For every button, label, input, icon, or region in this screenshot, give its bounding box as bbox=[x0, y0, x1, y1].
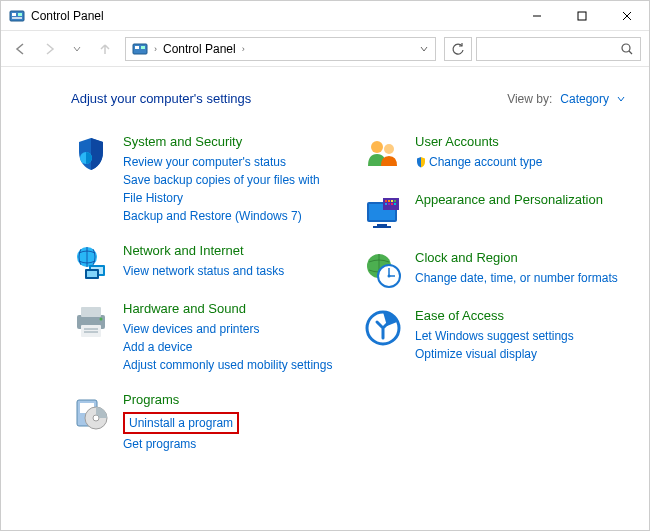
category-appearance: Appearance and Personalization bbox=[363, 192, 625, 232]
svg-rect-5 bbox=[578, 12, 586, 20]
svg-rect-43 bbox=[394, 203, 396, 205]
category-link[interactable]: Save backup copies of your files with Fi… bbox=[123, 171, 333, 207]
category-columns: System and Security Review your computer… bbox=[71, 134, 625, 471]
svg-rect-2 bbox=[18, 13, 22, 16]
address-dropdown[interactable] bbox=[419, 44, 429, 54]
highlight-annotation: Uninstall a program bbox=[123, 412, 239, 434]
chevron-down-icon bbox=[617, 95, 625, 103]
right-column: User Accounts Change account type Appear… bbox=[363, 134, 625, 471]
svg-rect-39 bbox=[394, 200, 396, 202]
back-button[interactable] bbox=[9, 37, 33, 61]
svg-rect-37 bbox=[388, 200, 390, 202]
category-network: Network and Internet View network status… bbox=[71, 243, 333, 283]
up-button[interactable] bbox=[93, 37, 117, 61]
content-header: Adjust your computer's settings View by:… bbox=[71, 91, 625, 106]
window-controls bbox=[514, 1, 649, 31]
clock-globe-icon bbox=[363, 250, 403, 290]
svg-rect-38 bbox=[391, 200, 393, 202]
category-link[interactable]: Backup and Restore (Windows 7) bbox=[123, 207, 333, 225]
category-ease-of-access: Ease of Access Let Windows suggest setti… bbox=[363, 308, 625, 363]
view-by-control[interactable]: View by: Category bbox=[507, 92, 625, 106]
titlebar: Control Panel bbox=[1, 1, 649, 31]
control-panel-icon bbox=[9, 8, 25, 24]
window-title: Control Panel bbox=[31, 9, 514, 23]
category-programs: Programs Uninstall a program Get program… bbox=[71, 392, 333, 453]
page-title: Adjust your computer's settings bbox=[71, 91, 251, 106]
accessibility-icon bbox=[363, 308, 403, 348]
people-icon bbox=[363, 134, 403, 174]
svg-rect-34 bbox=[373, 226, 391, 228]
maximize-button[interactable] bbox=[559, 1, 604, 31]
category-link[interactable]: Get programs bbox=[123, 435, 333, 453]
category-link[interactable]: Review your computer's status bbox=[123, 153, 333, 171]
chevron-right-icon: › bbox=[242, 44, 245, 54]
svg-rect-18 bbox=[87, 271, 97, 277]
svg-rect-1 bbox=[12, 13, 16, 16]
category-link[interactable]: Change date, time, or number formats bbox=[415, 269, 625, 287]
refresh-button[interactable] bbox=[444, 37, 472, 61]
uac-shield-icon bbox=[415, 156, 427, 168]
svg-point-48 bbox=[388, 275, 391, 278]
category-title[interactable]: User Accounts bbox=[415, 134, 625, 151]
svg-line-12 bbox=[629, 51, 632, 54]
category-title[interactable]: Programs bbox=[123, 392, 333, 409]
chevron-right-icon: › bbox=[154, 44, 157, 54]
shield-icon bbox=[71, 134, 111, 174]
category-title[interactable]: System and Security bbox=[123, 134, 333, 151]
disc-box-icon bbox=[71, 392, 111, 432]
search-input[interactable] bbox=[476, 37, 641, 61]
category-link[interactable]: Add a device bbox=[123, 338, 333, 356]
svg-rect-40 bbox=[385, 203, 387, 205]
category-link[interactable]: Change account type bbox=[415, 153, 625, 171]
history-dropdown[interactable] bbox=[65, 37, 89, 61]
category-system-security: System and Security Review your computer… bbox=[71, 134, 333, 225]
svg-rect-33 bbox=[377, 224, 387, 226]
link-text: Change account type bbox=[429, 155, 542, 169]
svg-rect-3 bbox=[12, 17, 22, 19]
svg-point-24 bbox=[100, 317, 103, 320]
uninstall-program-link[interactable]: Uninstall a program bbox=[129, 414, 233, 432]
category-title[interactable]: Hardware and Sound bbox=[123, 301, 333, 318]
category-link[interactable]: Let Windows suggest settings bbox=[415, 327, 625, 345]
left-column: System and Security Review your computer… bbox=[71, 134, 333, 471]
category-title[interactable]: Network and Internet bbox=[123, 243, 333, 260]
category-link[interactable]: Adjust commonly used mobility settings bbox=[123, 356, 333, 374]
breadcrumb-root[interactable]: Control Panel bbox=[163, 42, 236, 56]
address-bar[interactable]: › Control Panel › bbox=[125, 37, 436, 61]
globe-network-icon bbox=[71, 243, 111, 283]
svg-rect-41 bbox=[388, 203, 390, 205]
toolbar: › Control Panel › bbox=[1, 31, 649, 67]
category-user-accounts: User Accounts Change account type bbox=[363, 134, 625, 174]
svg-rect-36 bbox=[385, 200, 387, 202]
view-by-label: View by: bbox=[507, 92, 552, 106]
svg-point-30 bbox=[384, 144, 394, 154]
svg-point-28 bbox=[93, 415, 99, 421]
close-button[interactable] bbox=[604, 1, 649, 31]
category-title[interactable]: Clock and Region bbox=[415, 250, 625, 267]
category-title[interactable]: Ease of Access bbox=[415, 308, 625, 325]
control-panel-addr-icon bbox=[132, 41, 148, 57]
svg-rect-9 bbox=[135, 46, 139, 49]
minimize-button[interactable] bbox=[514, 1, 559, 31]
category-link[interactable]: Optimize visual display bbox=[415, 345, 625, 363]
svg-point-11 bbox=[622, 44, 630, 52]
forward-button[interactable] bbox=[37, 37, 61, 61]
category-link[interactable]: View devices and printers bbox=[123, 320, 333, 338]
svg-rect-21 bbox=[81, 325, 101, 337]
content-area: Adjust your computer's settings View by:… bbox=[1, 67, 649, 491]
printer-icon bbox=[71, 301, 111, 341]
svg-rect-10 bbox=[141, 46, 145, 49]
category-link[interactable]: View network status and tasks bbox=[123, 262, 333, 280]
category-hardware: Hardware and Sound View devices and prin… bbox=[71, 301, 333, 374]
svg-point-29 bbox=[371, 141, 383, 153]
svg-rect-20 bbox=[81, 307, 101, 317]
monitor-colors-icon bbox=[363, 192, 403, 232]
category-clock-region: Clock and Region Change date, time, or n… bbox=[363, 250, 625, 290]
search-icon bbox=[620, 42, 634, 56]
view-by-value: Category bbox=[560, 92, 609, 106]
svg-rect-42 bbox=[391, 203, 393, 205]
category-title[interactable]: Appearance and Personalization bbox=[415, 192, 625, 209]
